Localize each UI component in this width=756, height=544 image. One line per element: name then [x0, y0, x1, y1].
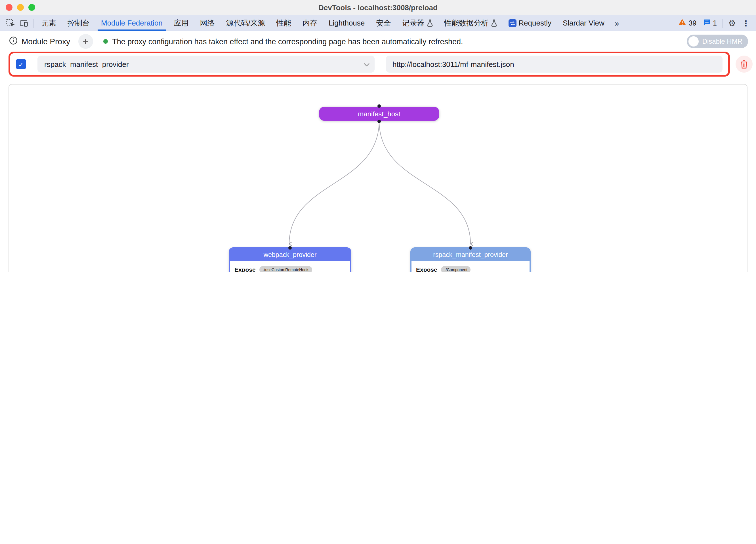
disable-hmr-toggle[interactable]: Disable HMR [687, 35, 748, 48]
section-label: Expose [416, 266, 437, 272]
proxy-config-row: rspack_manifest_provider [0, 52, 756, 77]
window-title: DevTools - localhost:3008/preload [0, 3, 756, 12]
tab-label: 性能数据分析 [444, 18, 488, 28]
node-host-label: manifest_host [358, 110, 400, 118]
provider-select[interactable]: rspack_manifest_provider [37, 56, 374, 73]
delete-proxy-rule-button[interactable] [736, 56, 753, 73]
disable-hmr-label: Disable HMR [702, 37, 742, 45]
toggle-knob [689, 36, 699, 47]
tab-元素[interactable]: 元素 [36, 15, 62, 31]
node-title: rspack_manifest_provider [411, 249, 530, 261]
more-tabs-button[interactable]: » [610, 15, 624, 31]
node-handle [377, 120, 381, 123]
settings-gear-icon[interactable] [725, 16, 739, 30]
tab-性能[interactable]: 性能 [271, 15, 297, 31]
info-icon [9, 36, 18, 47]
module-proxy-bar: Module Proxy The proxy configuration has… [0, 31, 756, 52]
tab-控制台[interactable]: 控制台 [62, 15, 95, 31]
tab-slardar-view[interactable]: Slardar View [557, 15, 610, 31]
node-title: webpack_provider [230, 249, 350, 261]
devtools-window: DevTools - localhost:3008/preload 元素控制台M… [0, 0, 756, 272]
device-toolbar-icon[interactable] [17, 16, 31, 30]
node-handle [469, 246, 472, 250]
add-proxy-rule-button[interactable] [78, 34, 93, 49]
main-menu-kebab-icon[interactable] [739, 16, 753, 30]
warning-count: 39 [688, 19, 696, 27]
module-pill: ./Component [441, 266, 471, 272]
divider [33, 18, 33, 28]
node-webpack-provider[interactable]: webpack_provider Expose ./useCustomRemot… [229, 247, 351, 272]
expose-pills: ./Component [441, 266, 471, 272]
chevron-down-icon [364, 60, 369, 66]
node-body: Expose ./Component Shared reactreact-dom… [411, 261, 530, 272]
warning-icon [678, 19, 686, 27]
tab-lighthouse[interactable]: Lighthouse [323, 15, 370, 31]
tab-label: 记录器 [402, 18, 424, 28]
node-rspack-manifest-provider[interactable]: rspack_manifest_provider Expose ./Compon… [410, 247, 531, 272]
module-graph-canvas[interactable]: manifest_host webpack_provider Expose ./… [9, 84, 747, 272]
proxy-rule-checkbox[interactable] [16, 59, 26, 69]
tab-label: 应用 [174, 18, 189, 28]
expose-pills: ./useCustomRemoteHook./WebpackSvg./Webpa… [260, 266, 346, 272]
tab-应用[interactable]: 应用 [168, 15, 194, 31]
tab-label: Slardar View [563, 19, 604, 27]
tab-网络[interactable]: 网络 [194, 15, 221, 31]
tab-module-federation[interactable]: Module Federation [95, 15, 168, 31]
provider-select-value: rspack_manifest_provider [44, 60, 129, 68]
proxy-status-dot [103, 39, 108, 44]
tabbar-right-cluster: 39 1 [675, 16, 753, 30]
manifest-url-input[interactable] [386, 56, 723, 73]
tab-label: Requestly [518, 19, 551, 27]
node-handle [288, 246, 292, 250]
proxy-status-text: The proxy configuration has taken effect… [112, 37, 463, 46]
panel-tabs: 元素控制台Module Federation应用网络源代码/来源性能内存Ligh… [36, 15, 610, 31]
expose-section: Expose ./Component [416, 266, 525, 272]
tab-label: 控制台 [68, 18, 90, 28]
trash-icon [740, 60, 748, 68]
divider [723, 18, 723, 28]
node-body: Expose ./useCustomRemoteHook./WebpackSvg… [230, 261, 350, 272]
node-manifest-host[interactable]: manifest_host [319, 107, 439, 121]
title-bar: DevTools - localhost:3008/preload [0, 0, 756, 15]
tab-label: Lighthouse [329, 19, 365, 27]
message-icon [703, 18, 711, 28]
tab-内存[interactable]: 内存 [297, 15, 323, 31]
tab-label: Module Federation [101, 19, 163, 27]
issues-count: 1 [713, 19, 717, 27]
warnings-badge[interactable]: 39 [675, 19, 700, 27]
module-proxy-title: Module Proxy [22, 37, 70, 46]
tab-源代码-来源[interactable]: 源代码/来源 [221, 15, 271, 31]
flask-icon [491, 19, 497, 27]
requestly-icon [508, 19, 516, 27]
tab-label: 内存 [303, 18, 317, 28]
check-icon [18, 59, 24, 69]
tab-label: 安全 [376, 18, 391, 28]
tab-label: 网络 [200, 18, 215, 28]
proxy-rule-highlight-box: rspack_manifest_provider [9, 52, 730, 77]
plus-icon [83, 37, 88, 46]
tab-性能数据分析[interactable]: 性能数据分析 [438, 15, 503, 31]
tab-记录器[interactable]: 记录器 [396, 15, 438, 31]
issues-badge[interactable]: 1 [700, 18, 720, 28]
tab-label: 源代码/来源 [226, 18, 265, 28]
module-pill: ./useCustomRemoteHook [260, 266, 312, 272]
inspect-element-icon[interactable] [3, 16, 17, 30]
devtools-tab-bar: 元素控制台Module Federation应用网络源代码/来源性能内存Ligh… [0, 15, 756, 31]
tab-安全[interactable]: 安全 [370, 15, 396, 31]
expose-section: Expose ./useCustomRemoteHook./WebpackSvg… [234, 266, 346, 272]
tab-label: 性能 [276, 18, 291, 28]
flask-icon [427, 19, 433, 27]
node-handle [377, 104, 381, 108]
tab-label: 元素 [41, 18, 56, 28]
section-label: Expose [234, 266, 256, 272]
tab-requestly[interactable]: Requestly [503, 15, 557, 31]
